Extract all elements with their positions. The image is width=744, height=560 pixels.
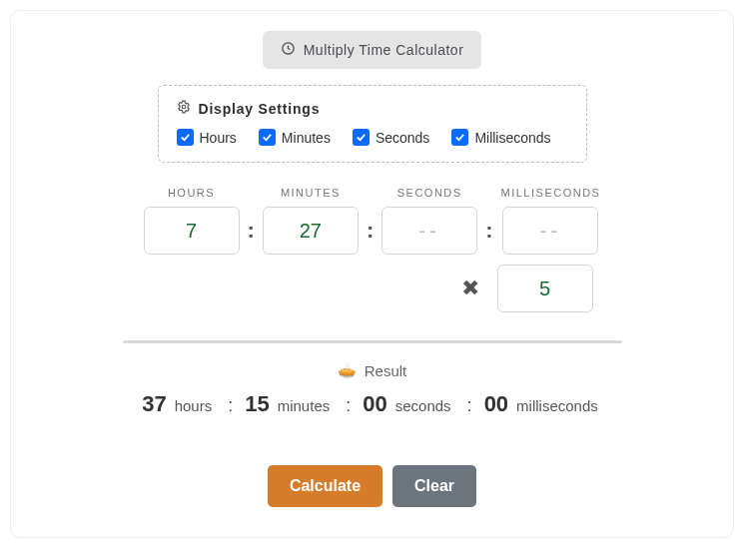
result-label: Result	[365, 362, 407, 379]
checkbox-label: Minutes	[282, 130, 331, 146]
display-settings-panel: Display Settings Hours Minutes Seconds M…	[158, 85, 587, 163]
time-input-row: HOURS : MINUTES : SECONDS : MILLISECONDS	[144, 187, 601, 255]
checkbox-row: Hours Minutes Seconds Milliseconds	[177, 129, 568, 146]
gear-icon	[177, 100, 191, 117]
check-icon	[451, 129, 468, 146]
clock-icon	[281, 41, 296, 59]
seconds-label: SECONDS	[397, 187, 462, 199]
result-separator: :	[346, 395, 351, 416]
divider	[123, 340, 622, 343]
result-seconds-value: 00	[363, 391, 386, 417]
result-hours-value: 37	[142, 391, 166, 417]
milliseconds-column: MILLISECONDS	[501, 187, 601, 255]
checkbox-milliseconds[interactable]: Milliseconds	[451, 129, 550, 146]
multiply-icon: ✖	[461, 276, 479, 301]
milliseconds-label: MILLISECONDS	[501, 187, 601, 199]
time-separator: :	[367, 207, 373, 255]
checkbox-label: Hours	[200, 130, 237, 146]
check-icon	[177, 129, 194, 146]
check-icon	[259, 129, 276, 146]
result-ms-unit: milliseconds	[516, 397, 598, 414]
calculate-button[interactable]: Calculate	[268, 465, 382, 507]
minutes-label: MINUTES	[281, 187, 341, 199]
check-icon	[353, 129, 370, 146]
calculator-card: Multiply Time Calculator Display Setting…	[10, 10, 734, 538]
seconds-column: SECONDS	[381, 187, 477, 255]
checkbox-label: Seconds	[375, 130, 429, 146]
button-row: Calculate Clear	[35, 465, 709, 507]
minutes-column: MINUTES	[263, 187, 359, 255]
result-separator: :	[228, 395, 233, 416]
clear-button[interactable]: Clear	[392, 465, 476, 507]
result-header: 🥧 Result	[35, 361, 709, 379]
page-title: Multiply Time Calculator	[304, 42, 464, 58]
hours-column: HOURS	[144, 187, 240, 255]
result-seconds-unit: seconds	[395, 397, 451, 414]
result-separator: :	[467, 395, 472, 416]
result-minutes-value: 15	[245, 391, 269, 417]
result-hours-unit: hours	[175, 397, 213, 414]
hours-input[interactable]	[144, 207, 240, 255]
result-minutes-unit: minutes	[278, 397, 331, 414]
milliseconds-input[interactable]	[502, 207, 598, 255]
minutes-input[interactable]	[263, 207, 359, 255]
result-ms-value: 00	[484, 391, 508, 417]
time-separator: :	[485, 207, 492, 255]
title-pill: Multiply Time Calculator	[263, 31, 482, 69]
settings-header: Display Settings	[177, 100, 568, 117]
pie-icon: 🥧	[338, 361, 357, 379]
time-separator: :	[248, 207, 255, 255]
checkbox-hours[interactable]: Hours	[177, 129, 237, 146]
multiplier-input[interactable]	[497, 265, 593, 312]
hours-label: HOURS	[168, 187, 215, 199]
checkbox-label: Milliseconds	[474, 130, 550, 146]
multiplier-row: ✖	[152, 265, 593, 312]
settings-title: Display Settings	[199, 101, 321, 117]
checkbox-seconds[interactable]: Seconds	[353, 129, 429, 146]
checkbox-minutes[interactable]: Minutes	[259, 129, 331, 146]
seconds-input[interactable]	[381, 207, 477, 255]
result-line: 37 hours : 15 minutes : 00 seconds : 00 …	[35, 391, 709, 417]
svg-point-1	[182, 105, 186, 109]
